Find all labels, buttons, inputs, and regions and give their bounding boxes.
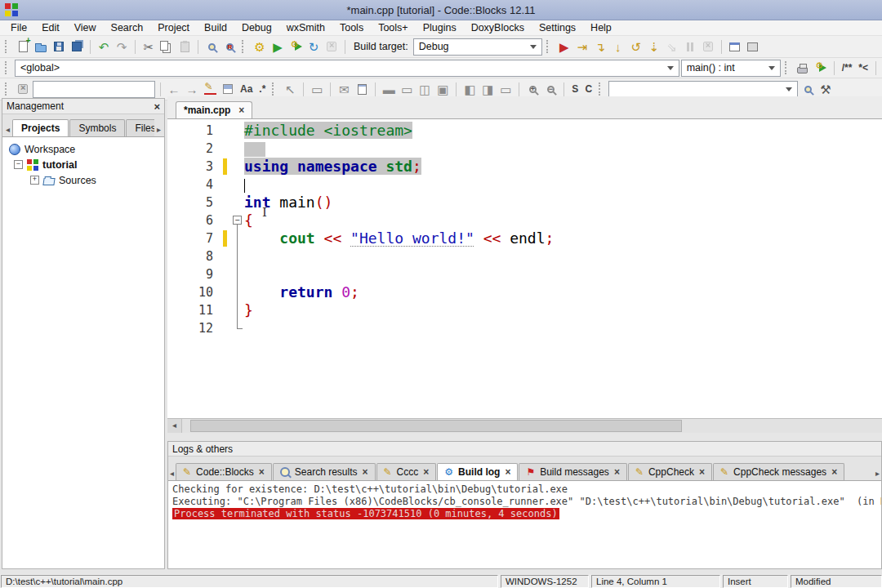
log-tab-build-log[interactable]: ⚙Build log× [437, 463, 518, 480]
code-line-4[interactable]: 4 [167, 176, 882, 194]
editor-horizontal-scrollbar[interactable]: ◂ [167, 418, 882, 433]
run-icon[interactable]: ▶ [270, 38, 286, 55]
chevron-down-icon[interactable] [667, 66, 674, 70]
tab-scroll-left-icon[interactable]: ◂ [4, 122, 11, 136]
tree-node-project[interactable]: − tutorial [2, 157, 164, 172]
close-tab-icon[interactable]: × [259, 467, 265, 477]
zoom-out-icon[interactable] [542, 81, 559, 97]
symbol-search-icon[interactable] [800, 81, 816, 97]
doxyblocks-line-comment-icon[interactable]: *< [856, 60, 871, 76]
incsearch-match-case-icon[interactable]: Aa [238, 81, 255, 97]
expand-icon[interactable]: + [30, 176, 39, 185]
chevron-down-icon[interactable] [786, 87, 792, 91]
debugging-windows-icon[interactable] [727, 38, 743, 55]
incsearch-selected-only-icon[interactable] [220, 81, 236, 97]
save-all-icon[interactable] [69, 38, 85, 55]
doxyblocks-run-html-icon[interactable] [813, 60, 829, 76]
replace-icon[interactable] [221, 38, 238, 55]
close-tab-icon[interactable]: × [363, 467, 368, 477]
code-line-1[interactable]: 1#include <iostream> [167, 122, 882, 140]
menu-project[interactable]: Project [150, 22, 197, 33]
wxsmith-fill-icon[interactable]: ▣ [434, 81, 451, 97]
zoom-in-icon[interactable] [524, 81, 541, 97]
redo-icon[interactable]: ↷ [114, 38, 130, 55]
incsearch-highlight-icon[interactable] [202, 81, 218, 97]
scroll-left-icon[interactable]: ◂ [167, 419, 182, 433]
log-tab-code-blocks[interactable]: ✎Code::Blocks× [176, 463, 272, 480]
collapse-icon[interactable]: − [14, 160, 23, 169]
menu-plugins[interactable]: Plugins [416, 22, 464, 33]
log-tab-cppcheck-messages[interactable]: ✎CppCheck messages× [713, 463, 844, 480]
save-icon[interactable] [51, 38, 67, 55]
wxsmith-class-icon[interactable]: C [582, 81, 595, 97]
scrollbar-track[interactable] [182, 419, 882, 433]
close-tab-icon[interactable]: × [505, 467, 510, 477]
log-tab-cppcheck[interactable]: ✎CppCheck× [628, 463, 712, 480]
next-instruction-icon[interactable]: ⇣ [646, 38, 662, 55]
symbol-select[interactable]: main() : int [681, 60, 781, 77]
close-tab-icon[interactable]: × [614, 467, 620, 477]
menu-help[interactable]: Help [583, 22, 619, 33]
log-tab-search-results[interactable]: Search results× [273, 463, 376, 480]
wxsmith-pointer-icon[interactable]: ↖ [282, 81, 298, 97]
copy-icon[interactable] [158, 38, 175, 55]
next-line-icon[interactable]: ↴ [592, 38, 608, 55]
code-line-12[interactable]: 12 [167, 319, 882, 337]
menu-view[interactable]: View [67, 22, 104, 33]
tab-scroll-left-icon[interactable]: ◂ [168, 466, 176, 480]
incsearch-next-icon[interactable]: → [184, 81, 200, 97]
cut-icon[interactable]: ✂ [140, 38, 157, 55]
settings-wrench-icon[interactable]: ⚒ [817, 81, 834, 97]
wxsmith-source-icon[interactable]: S [569, 81, 581, 97]
tab-scroll-right-icon[interactable]: ▸ [874, 466, 881, 480]
close-tab-icon[interactable]: × [831, 467, 837, 477]
incsearch-regex-icon[interactable]: .* [256, 81, 268, 97]
code-line-6[interactable]: 6−{ [167, 212, 882, 229]
new-file-icon[interactable] [15, 38, 31, 55]
wxsmith-expand-icon[interactable]: ◧ [461, 81, 478, 97]
fold-collapse-icon[interactable]: − [233, 216, 242, 225]
scrollbar-thumb[interactable] [190, 420, 682, 432]
menu-tools[interactable]: Tools [332, 22, 371, 33]
build-icon[interactable]: ⚙ [252, 38, 268, 55]
wxsmith-border-icon[interactable]: ▭ [497, 81, 514, 97]
doxyblocks-block-comment-icon[interactable]: /** [840, 60, 855, 76]
tree-node-sources[interactable]: + Sources [2, 172, 164, 188]
code-line-9[interactable]: 9 [167, 265, 882, 283]
tree-node-workspace[interactable]: Workspace [2, 141, 164, 157]
wxsmith-frame-icon[interactable]: ▭ [309, 81, 325, 97]
fold-margin[interactable]: − [231, 212, 244, 229]
code-line-5[interactable]: 5int main() [167, 194, 882, 212]
menu-file[interactable]: File [3, 22, 34, 33]
menu-search[interactable]: Search [104, 22, 151, 33]
menu-build[interactable]: Build [197, 22, 234, 33]
wxsmith-panel-icon[interactable] [354, 81, 370, 97]
management-tab-symbols[interactable]: Symbols [69, 119, 125, 136]
code-area[interactable]: 1#include <iostream>23using namespace st… [167, 119, 882, 418]
close-tab-icon[interactable]: × [699, 467, 705, 477]
menu-settings[interactable]: Settings [532, 22, 583, 33]
step-out-icon[interactable]: ↺ [628, 38, 644, 55]
wxsmith-sizer-horizontal-icon[interactable]: ▬ [381, 81, 397, 97]
wxsmith-shrink-icon[interactable]: ◨ [479, 81, 496, 97]
undo-icon[interactable]: ↶ [96, 38, 112, 55]
close-panel-icon[interactable]: × [154, 101, 160, 112]
symbol-search-select[interactable] [608, 81, 798, 98]
wxsmith-sizer-vertical-icon[interactable]: ▭ [399, 81, 415, 97]
build-and-run-icon[interactable] [287, 38, 304, 55]
wxsmith-dialog-icon[interactable]: ✉ [336, 81, 352, 97]
code-line-3[interactable]: 3using namespace std; [167, 158, 882, 176]
step-into-icon[interactable]: ↓ [610, 38, 626, 55]
build-target-select[interactable]: Debug [413, 38, 542, 56]
close-tab-icon[interactable]: × [423, 467, 429, 477]
code-line-10[interactable]: 10 return 0; [167, 283, 882, 301]
debug-continue-icon[interactable]: ▶ [556, 38, 572, 55]
menu-debug[interactable]: Debug [234, 22, 279, 33]
run-to-cursor-icon[interactable]: ⇥ [574, 38, 590, 55]
code-line-8[interactable]: 8 [167, 247, 882, 265]
code-line-2[interactable]: 2 [167, 140, 882, 158]
wxsmith-sizer-grid-icon[interactable]: ◫ [416, 81, 433, 97]
find-icon[interactable] [203, 38, 220, 55]
code-line-7[interactable]: 7 cout << "Hello world!" << endl; [167, 229, 882, 247]
incsearch-clear-icon[interactable] [15, 81, 31, 97]
